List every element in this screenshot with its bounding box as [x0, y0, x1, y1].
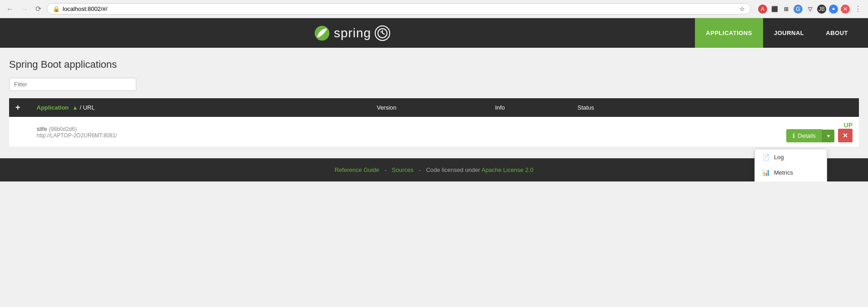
ext-icon-5[interactable]: ▽	[805, 5, 814, 14]
table-row: slife (98b0d2d6) http://LAPTOP-2O2UR6MT:…	[9, 117, 859, 147]
boot-icon	[375, 25, 390, 41]
apache-license-link[interactable]: Apache License 2.0	[481, 166, 533, 173]
nav-applications[interactable]: APPLICATIONS	[695, 18, 763, 48]
log-icon: 📄	[762, 153, 769, 161]
ext-icon-6[interactable]: JB	[817, 5, 826, 14]
metrics-icon: 📊	[762, 169, 769, 176]
action-cell: ℹ Details ▾ ✕ 📄 Log	[577, 129, 853, 142]
spring-leaf-icon	[314, 25, 330, 41]
main-content: Spring Boot applications + Application ▲…	[0, 48, 868, 158]
dropdown-item-log[interactable]: 📄 Log	[755, 149, 827, 165]
footer-license-text: Code licensed under	[426, 166, 480, 173]
info-icon: ℹ	[793, 132, 795, 139]
browser-toolbar-icons: A ⬛ ⊞ G ▽ JB ✦ ✕ ⋮	[758, 4, 863, 14]
row-app-cell: slife (98b0d2d6) http://LAPTOP-2O2UR6MT:…	[30, 117, 371, 147]
nav-about[interactable]: ABOUT	[815, 18, 859, 48]
address-bar: 🔒 ☆	[47, 3, 751, 15]
dropdown-item-metrics[interactable]: 📊 Metrics	[755, 165, 827, 180]
url-input[interactable]	[63, 5, 737, 12]
th-app-label: Application	[37, 104, 69, 111]
footer: Reference Guide - Sources - Code license…	[0, 158, 868, 181]
ext-icon-2[interactable]: ⬛	[770, 5, 779, 14]
details-dropdown-button[interactable]: ▾	[822, 130, 834, 142]
add-app-button[interactable]: +	[15, 103, 24, 112]
ext-icon-8[interactable]: ✕	[841, 5, 850, 14]
details-label: Details	[798, 132, 816, 139]
browser-chrome: ← → ⟳ 🔒 ☆ A ⬛ ⊞ G ▽ JB ✦ ✕ ⋮	[0, 0, 868, 18]
sources-link[interactable]: Sources	[392, 166, 414, 173]
page-title: Spring Boot applications	[9, 59, 859, 70]
app-table: + Application ▲ / URL Version Info Statu…	[9, 98, 859, 147]
dropdown-label-log: Log	[774, 154, 784, 161]
reload-button[interactable]: ⟳	[34, 4, 43, 14]
lock-icon: 🔒	[53, 5, 60, 12]
footer-separator-2: -	[419, 166, 421, 173]
dropdown-label-metrics: Metrics	[774, 169, 793, 176]
details-btn-group: ℹ Details ▾	[786, 129, 834, 142]
th-version: Version	[370, 98, 488, 117]
sort-arrow-icon: ▲	[72, 104, 78, 111]
spring-logo: spring	[314, 25, 390, 41]
row-expand-cell	[9, 117, 30, 147]
menu-button[interactable]: ⋮	[853, 4, 863, 14]
dropdown-menu: 📄 Log 📊 Metrics ☰ Environment	[754, 149, 827, 181]
top-nav: spring APPLICATIONS JOURNAL ABOUT	[0, 18, 868, 48]
row-status-cell: UP ℹ Details ▾ ✕	[571, 117, 859, 147]
app-url: http://LAPTOP-2O2UR6MT:8081/	[37, 132, 364, 139]
logo-area: spring	[9, 25, 695, 41]
app-name: slife	[37, 126, 47, 132]
th-status: Status	[571, 98, 859, 117]
status-badge: UP	[577, 121, 853, 129]
svg-point-2	[381, 31, 382, 32]
ext-icon-1[interactable]: A	[758, 5, 767, 14]
forward-button[interactable]: →	[19, 4, 30, 14]
nav-links: APPLICATIONS JOURNAL ABOUT	[695, 18, 859, 48]
filter-input[interactable]	[9, 78, 136, 91]
th-application: Application ▲ / URL	[30, 98, 371, 117]
app-id: (98b0d2d6)	[49, 126, 77, 132]
remove-app-button[interactable]: ✕	[838, 129, 853, 142]
ext-icon-7[interactable]: ✦	[829, 5, 838, 14]
ext-icon-3[interactable]: ⊞	[782, 5, 791, 14]
dropdown-item-environment[interactable]: ☰ Environment	[755, 180, 827, 181]
bookmark-icon: ☆	[739, 5, 745, 12]
back-button[interactable]: ←	[5, 4, 15, 14]
brand-name: spring	[334, 26, 371, 40]
details-button[interactable]: ℹ Details	[786, 129, 822, 142]
row-version-cell	[370, 117, 488, 147]
table-header-row: + Application ▲ / URL Version Info Statu…	[9, 98, 859, 117]
nav-journal[interactable]: JOURNAL	[763, 18, 815, 48]
footer-separator-1: -	[385, 166, 387, 173]
th-info: Info	[489, 98, 571, 117]
row-info-cell	[489, 117, 571, 147]
ext-icon-4[interactable]: G	[794, 5, 803, 14]
th-url-label: / URL	[79, 104, 94, 111]
reference-guide-link[interactable]: Reference Guide	[335, 166, 379, 173]
